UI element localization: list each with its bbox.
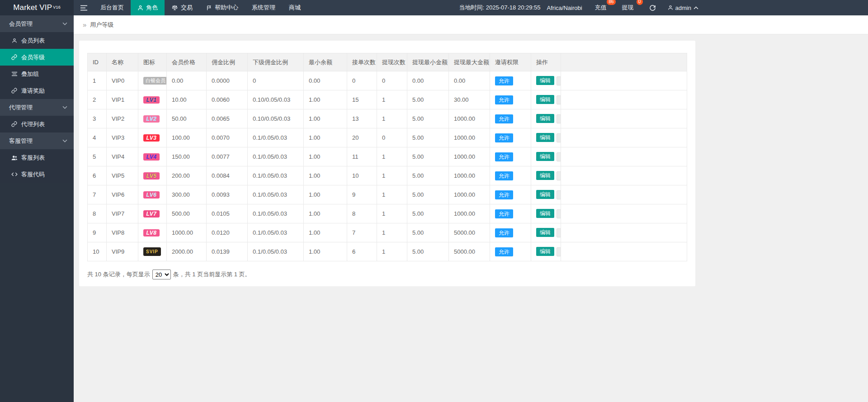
allow-button[interactable]: 允许 [495, 190, 513, 199]
edit-button[interactable]: 编辑 [536, 76, 554, 85]
clipped-action-button[interactable] [557, 209, 561, 218]
clipped-action-button[interactable] [557, 247, 561, 256]
edit-button[interactable]: 编辑 [536, 228, 554, 237]
cell-icon: LV1 [138, 90, 167, 109]
nav-item-roles[interactable]: 角色 [131, 0, 165, 15]
breadcrumb-icon: » [83, 21, 86, 28]
users-icon [11, 155, 18, 161]
allow-button[interactable]: 允许 [495, 152, 513, 161]
col-actions: 操作 [531, 53, 561, 71]
cell-min-balance: 1.00 [304, 109, 347, 128]
allow-button[interactable]: 允许 [495, 114, 513, 123]
cell-name: VIP8 [107, 223, 138, 242]
table-row: 9 VIP8 LV8 1000.00 0.0120 0.1/0.05/0.03 … [88, 223, 687, 242]
cell-id: 5 [88, 147, 107, 166]
cell-commission: 0.0060 [207, 90, 248, 109]
nav-item-label: 商城 [289, 4, 301, 12]
clipped-action-button[interactable] [557, 114, 561, 123]
clipped-action-button[interactable] [557, 95, 561, 104]
cell-id: 4 [88, 128, 107, 147]
nav-item-dashboard[interactable]: 后台首页 [94, 0, 131, 15]
withdraw-link[interactable]: 提现 0 [622, 4, 634, 12]
level-badge-icon: LV4 [143, 153, 160, 161]
allow-button[interactable]: 允许 [495, 228, 513, 237]
allow-button[interactable]: 允许 [495, 171, 513, 180]
edit-button[interactable]: 编辑 [536, 247, 554, 256]
nav-item-system[interactable]: 系统管理 [245, 0, 282, 15]
refresh-button[interactable] [649, 5, 656, 11]
cell-actions: 编辑 [531, 166, 561, 185]
cell-name: VIP4 [107, 147, 138, 166]
recharge-link[interactable]: 充值 86 [595, 4, 607, 12]
cell-orders: 7 [347, 223, 377, 242]
sidebar-item-member-list[interactable]: 会员列表 [0, 32, 74, 49]
cell-name: VIP6 [107, 185, 138, 204]
allow-button[interactable]: 允许 [495, 95, 513, 104]
edit-button[interactable]: 编辑 [536, 209, 554, 218]
sidebar-group-label: 客服管理 [9, 137, 33, 145]
edit-button[interactable]: 编辑 [536, 171, 554, 180]
cell-sub-commission: 0.1/0.05/0.03 [248, 185, 304, 204]
level-badge-icon: LV3 [143, 134, 160, 142]
sidebar-item-member-level[interactable]: 会员等级 [0, 49, 74, 66]
cell-invite-perm: 允许 [490, 242, 531, 261]
link-icon [11, 88, 18, 94]
cell-empty [561, 166, 687, 185]
allow-button[interactable]: 允许 [495, 247, 513, 256]
cell-icon: 白银会员 [138, 71, 167, 90]
cell-orders: 0 [347, 71, 377, 90]
sidebar-collapse-button[interactable] [74, 0, 94, 15]
cell-empty [561, 242, 687, 261]
user-menu[interactable]: admin [668, 5, 698, 11]
recharge-label: 充值 [595, 4, 607, 11]
clipped-action-button[interactable] [557, 228, 561, 237]
cell-invite-perm: 允许 [490, 185, 531, 204]
sidebar-item-stack-group[interactable]: 叠加组 [0, 66, 74, 82]
col-commission: 佣金比例 [207, 53, 248, 71]
cell-sub-commission: 0.1/0.05/0.03 [248, 147, 304, 166]
cell-withdraw-max: 5000.00 [449, 223, 490, 242]
sidebar-item-agent-list[interactable]: 代理列表 [0, 116, 74, 132]
cell-withdraw-min: 5.00 [407, 204, 449, 223]
clipped-action-button[interactable] [557, 190, 561, 199]
cell-price: 1000.00 [167, 223, 207, 242]
sidebar-group-member-mgmt[interactable]: 会员管理 [0, 15, 74, 32]
sidebar-item-invite-reward[interactable]: 邀请奖励 [0, 82, 74, 99]
cell-withdraw-min: 0.00 [407, 71, 449, 90]
cell-invite-perm: 允许 [490, 166, 531, 185]
edit-button[interactable]: 编辑 [536, 114, 554, 123]
cell-orders: 11 [347, 147, 377, 166]
sidebar-group-support-mgmt[interactable]: 客服管理 [0, 132, 74, 149]
table-row: 5 VIP4 LV4 150.00 0.0077 0.1/0.05/0.03 1… [88, 147, 687, 166]
level-badge-icon: 白银会员 [143, 77, 167, 85]
allow-button[interactable]: 允许 [495, 76, 513, 85]
withdraw-label: 提现 [622, 4, 634, 11]
nav-item-help-center[interactable]: 帮助中心 [199, 0, 245, 15]
cell-id: 1 [88, 71, 107, 90]
edit-button[interactable]: 编辑 [536, 190, 554, 199]
clipped-action-button[interactable] [557, 133, 561, 142]
chevron-up-icon [693, 6, 698, 9]
chevron-down-icon [62, 139, 67, 142]
allow-button[interactable]: 允许 [495, 133, 513, 142]
nav-item-mall[interactable]: 商城 [282, 0, 307, 15]
allow-button[interactable]: 允许 [495, 209, 513, 218]
sidebar-item-support-list[interactable]: 客服列表 [0, 149, 74, 166]
cell-min-balance: 1.00 [304, 242, 347, 261]
clipped-action-button[interactable] [557, 76, 561, 85]
edit-button[interactable]: 编辑 [536, 133, 554, 142]
sidebar-item-support-code[interactable]: 客服代码 [0, 166, 74, 183]
edit-button[interactable]: 编辑 [536, 95, 554, 104]
hamburger-icon [80, 5, 87, 11]
clipped-action-button[interactable] [557, 152, 561, 161]
cell-name: VIP5 [107, 166, 138, 185]
col-sub-commission: 下级佣金比例 [248, 53, 304, 71]
sidebar-group-agent-mgmt[interactable]: 代理管理 [0, 99, 74, 116]
cell-orders: 10 [347, 166, 377, 185]
edit-button[interactable]: 编辑 [536, 152, 554, 161]
cell-name: VIP7 [107, 204, 138, 223]
page-size-select[interactable]: 20 [152, 270, 171, 279]
cell-min-balance: 1.00 [304, 147, 347, 166]
clipped-action-button[interactable] [557, 171, 561, 180]
nav-item-trade[interactable]: 交易 [165, 0, 199, 15]
